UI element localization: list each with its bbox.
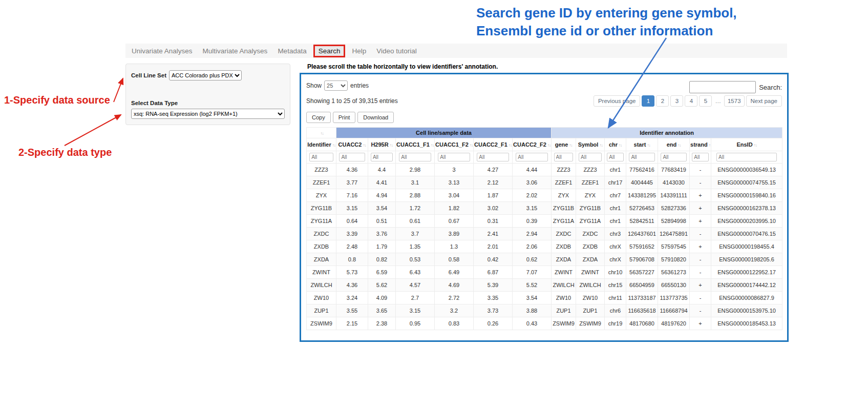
sort-icon[interactable]: ↑↓ [470,143,473,148]
table-cell: 77562416 [626,164,658,176]
table-row[interactable]: ZYG11B3.153.541.721.823.023.15ZYG11BZYG1… [307,202,782,215]
filter-input-end[interactable] [661,153,686,161]
table-row[interactable]: ZW103.244.092.72.723.353.54ZW10ZW10chr11… [307,292,782,304]
sort-icon[interactable]: ↑↓ [509,143,512,148]
page-button-1[interactable]: 1 [642,95,654,107]
table-cell: ZXDB [576,240,605,253]
sort-icon[interactable]: ↑↓ [431,143,434,148]
showing-entries-text: Showing 1 to 25 of 39,315 entries [306,97,398,105]
page-length-select[interactable]: 25 [324,80,348,91]
pagination-ellipsis: … [713,98,723,104]
table-row[interactable]: ZYG11A0.640.510.610.670.310.39ZYG11AZYG1… [307,215,782,228]
nav-item-metadata[interactable]: Metadata [272,45,311,57]
filter-input-start[interactable] [629,153,654,161]
data-type-select[interactable]: xsq: RNA-seq Expression (log2 FPKM+1) [131,109,285,119]
sort-icon[interactable]: ↑↓ [390,143,393,148]
column-header-chr[interactable]: chr↑↓ [605,138,626,151]
table-cell: 0.64 [336,215,368,228]
column-header-cuacc2-f2[interactable]: CUACC2_F2↑↓ [513,138,552,151]
table-cell: ZXDB [307,240,336,253]
column-header-ensid[interactable]: EnsID↑↓ [711,138,782,151]
filter-input-cuacc2-f2[interactable] [516,153,547,161]
sort-icon[interactable]: ↑↓ [754,143,757,148]
table-cell: + [690,317,711,330]
column-header-strand[interactable]: strand↑↓ [690,138,711,151]
page-button-4[interactable]: 4 [685,95,697,107]
table-cell: 2.12 [474,176,513,189]
sort-icon[interactable]: ↑↓ [332,143,335,148]
nav-item-search[interactable]: Search [313,45,346,57]
column-header-end[interactable]: end↑↓ [658,138,690,151]
column-header-cuacc1-f2[interactable]: CUACC1_F2↑↓ [435,138,474,151]
table-cell: 3.02 [474,202,513,215]
sort-icon[interactable]: ↑↓ [547,143,551,148]
table-cell: 2.01 [474,240,513,253]
filter-input-cuacc1-f1[interactable] [399,153,431,161]
print-button[interactable]: Print [333,112,356,123]
entries-label: entries [350,82,369,89]
page-button-5[interactable]: 5 [699,95,712,107]
pagination: Previous page12345…1573Next page [594,95,782,107]
nav-item-univariate-analyses[interactable]: Univariate Analyses [126,45,198,57]
table-row[interactable]: ZXDA0.80.820.530.580.420.62ZXDAZXDAchrX5… [307,253,782,266]
filter-input-chr[interactable] [607,153,624,161]
filter-input-symbol[interactable] [579,153,602,161]
sort-icon[interactable]: ↑↓ [678,143,681,148]
column-label: CUACC2_F1 [474,141,507,148]
table-cell: 48197620 [658,317,690,330]
table-row[interactable]: ZWILCH4.365.624.574.695.395.52ZWILCHZWIL… [307,279,782,292]
table-row[interactable]: ZXDC3.393.763.73.892.412.94ZXDCZXDCchr31… [307,228,782,240]
table-cell: - [690,266,711,279]
sort-icon[interactable]: ↑↓ [709,143,711,148]
filter-input-identifier[interactable] [309,153,333,161]
filter-input-gene[interactable] [554,153,574,161]
page-button-2[interactable]: 2 [656,95,669,107]
copy-button[interactable]: Copy [306,112,331,123]
filter-input-strand[interactable] [692,153,709,161]
cell-line-set-select[interactable]: ACC Colorado plus PDX [169,70,242,80]
column-header-h295r[interactable]: H295R↑↓ [368,138,396,151]
sort-icon[interactable]: ↑↓ [619,143,622,148]
page-button-1573[interactable]: 1573 [724,95,745,107]
filter-cell [336,151,368,164]
table-row[interactable]: ZXDB2.481.791.351.32.012.06ZXDBZXDBchrX5… [307,240,782,253]
table-cell: - [690,228,711,240]
sort-icon[interactable]: ↑↓ [321,131,324,136]
table-row[interactable]: ZZEF13.774.413.13.132.123.06ZZEF1ZZEF1ch… [307,176,782,189]
next-page-button[interactable]: Next page [746,95,782,107]
column-header-cuacc2[interactable]: CUACC2↑↓ [336,138,368,151]
filter-input-cuacc2[interactable] [339,153,365,161]
table-row[interactable]: ZUP13.553.653.153.23.733.88ZUP1ZUP1chr61… [307,304,782,317]
prev-page-button[interactable]: Previous page [594,95,641,107]
column-header-cuacc2-f1[interactable]: CUACC2_F1↑↓ [474,138,513,151]
column-header-cuacc1-f1[interactable]: CUACC1_F1↑↓ [396,138,435,151]
table-cell: chr1 [605,215,626,228]
column-header-identifier[interactable]: Identifier↑↓ [307,138,336,151]
page-button-3[interactable]: 3 [670,95,683,107]
table-cell: 2.15 [336,317,368,330]
table-cell: ENSG00000203995.10 [711,215,782,228]
table-row[interactable]: ZYX7.164.942.883.041.872.02ZYXZYXchr7143… [307,189,782,202]
table-row[interactable]: ZWINT5.736.596.436.496.877.07ZWINTZWINTc… [307,266,782,279]
table-search-input[interactable] [689,81,756,93]
table-row[interactable]: ZSWIM92.152.380.950.830.260.43ZSWIM9ZSWI… [307,317,782,330]
nav-item-multivariate-analyses[interactable]: Multivariate Analyses [198,45,273,57]
nav-item-help[interactable]: Help [347,45,371,57]
column-header-gene[interactable]: gene↑↓ [552,138,576,151]
table-cell: ZUP1 [576,304,605,317]
table-cell: ZZEF1 [307,176,336,189]
filter-input-h295r[interactable] [371,153,393,161]
sort-icon[interactable]: ↑↓ [569,143,572,148]
sort-icon[interactable]: ↑↓ [363,143,366,148]
column-header-symbol[interactable]: Symbol↑↓ [576,138,605,151]
filter-input-cuacc2-f1[interactable] [477,153,509,161]
sort-icon[interactable]: ↑↓ [599,143,602,148]
download-button[interactable]: Download [357,112,394,123]
sort-icon[interactable]: ↑↓ [647,143,650,148]
filter-input-ensid[interactable] [716,153,777,161]
table-cell: 5.62 [368,279,396,292]
column-header-start[interactable]: start↑↓ [626,138,658,151]
nav-item-video-tutorial[interactable]: Video tutorial [371,45,422,57]
table-row[interactable]: ZZZ34.364.42.9834.274.44ZZZ3ZZZ3chr17756… [307,164,782,176]
filter-input-cuacc1-f2[interactable] [438,153,470,161]
